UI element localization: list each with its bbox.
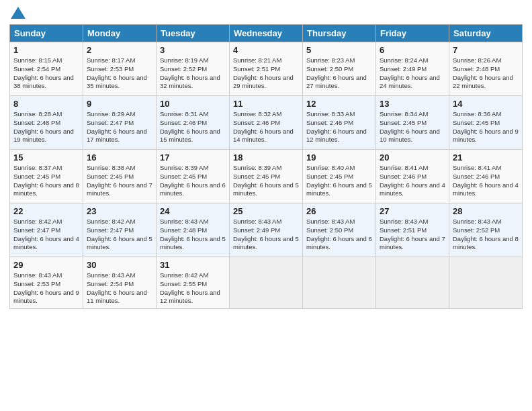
day-number: 9 <box>87 99 152 109</box>
weekday-header-cell: Friday <box>376 25 449 42</box>
day-info: Sunrise: 8:42 AMSunset: 2:55 PMDaylight:… <box>160 271 226 306</box>
day-number: 17 <box>160 152 226 163</box>
day-info: Sunrise: 8:21 AMSunset: 2:51 PMDaylight:… <box>233 56 299 91</box>
calendar-cell: 21Sunrise: 8:41 AMSunset: 2:46 PMDayligh… <box>449 150 523 203</box>
day-info: Sunrise: 8:36 AMSunset: 2:45 PMDaylight:… <box>453 110 519 144</box>
weekday-header-row: SundayMondayTuesdayWednesdayThursdayFrid… <box>10 25 523 42</box>
day-number: 23 <box>87 206 152 216</box>
calendar-cell <box>449 257 523 309</box>
day-info: Sunrise: 8:41 AMSunset: 2:46 PMDaylight:… <box>453 164 519 198</box>
calendar-cell: 18Sunrise: 8:39 AMSunset: 2:45 PMDayligh… <box>230 150 303 203</box>
calendar-cell: 10Sunrise: 8:31 AMSunset: 2:46 PMDayligh… <box>157 96 230 150</box>
day-number: 31 <box>160 260 226 270</box>
day-number: 18 <box>233 152 299 163</box>
day-info: Sunrise: 8:41 AMSunset: 2:46 PMDaylight:… <box>380 164 445 198</box>
calendar-cell <box>230 257 303 309</box>
day-number: 29 <box>13 260 79 270</box>
weekday-header-cell: Thursday <box>303 25 376 42</box>
day-info: Sunrise: 8:31 AMSunset: 2:46 PMDaylight:… <box>160 110 226 144</box>
weekday-header-cell: Sunday <box>10 25 83 42</box>
calendar-cell: 16Sunrise: 8:38 AMSunset: 2:45 PMDayligh… <box>83 150 157 203</box>
day-info: Sunrise: 8:33 AMSunset: 2:46 PMDaylight:… <box>306 110 372 144</box>
day-number: 21 <box>453 152 519 163</box>
calendar-row: 8Sunrise: 8:28 AMSunset: 2:48 PMDaylight… <box>10 96 523 150</box>
calendar-cell: 26Sunrise: 8:43 AMSunset: 2:50 PMDayligh… <box>303 203 376 257</box>
calendar-cell: 5Sunrise: 8:23 AMSunset: 2:50 PMDaylight… <box>303 42 376 96</box>
weekday-header-cell: Monday <box>83 25 157 42</box>
day-info: Sunrise: 8:26 AMSunset: 2:48 PMDaylight:… <box>453 56 519 91</box>
day-number: 1 <box>13 45 79 55</box>
day-info: Sunrise: 8:38 AMSunset: 2:45 PMDaylight:… <box>87 164 152 198</box>
calendar-cell: 4Sunrise: 8:21 AMSunset: 2:51 PMDaylight… <box>230 42 303 96</box>
day-number: 13 <box>380 99 445 109</box>
day-number: 16 <box>87 152 152 163</box>
day-info: Sunrise: 8:42 AMSunset: 2:47 PMDaylight:… <box>13 218 79 252</box>
calendar-row: 1Sunrise: 8:15 AMSunset: 2:54 PMDaylight… <box>10 42 523 96</box>
day-number: 8 <box>13 99 79 109</box>
calendar-cell: 28Sunrise: 8:43 AMSunset: 2:52 PMDayligh… <box>449 203 523 257</box>
day-number: 14 <box>453 99 519 109</box>
day-number: 10 <box>160 99 226 109</box>
calendar-cell: 14Sunrise: 8:36 AMSunset: 2:45 PMDayligh… <box>449 96 523 150</box>
day-info: Sunrise: 8:19 AMSunset: 2:52 PMDaylight:… <box>160 56 226 91</box>
calendar-cell: 24Sunrise: 8:43 AMSunset: 2:48 PMDayligh… <box>157 203 230 257</box>
day-info: Sunrise: 8:24 AMSunset: 2:49 PMDaylight:… <box>380 56 445 91</box>
calendar-table: SundayMondayTuesdayWednesdayThursdayFrid… <box>9 24 523 309</box>
calendar-cell <box>376 257 449 309</box>
weekday-header-cell: Saturday <box>449 25 523 42</box>
calendar-cell: 19Sunrise: 8:40 AMSunset: 2:45 PMDayligh… <box>303 150 376 203</box>
calendar-cell: 8Sunrise: 8:28 AMSunset: 2:48 PMDaylight… <box>10 96 83 150</box>
day-info: Sunrise: 8:43 AMSunset: 2:51 PMDaylight:… <box>380 218 445 252</box>
day-info: Sunrise: 8:37 AMSunset: 2:45 PMDaylight:… <box>13 164 79 198</box>
day-number: 7 <box>453 45 519 55</box>
day-info: Sunrise: 8:43 AMSunset: 2:49 PMDaylight:… <box>233 218 299 252</box>
calendar-cell: 6Sunrise: 8:24 AMSunset: 2:49 PMDaylight… <box>376 42 449 96</box>
calendar-cell: 1Sunrise: 8:15 AMSunset: 2:54 PMDaylight… <box>10 42 83 96</box>
day-info: Sunrise: 8:43 AMSunset: 2:53 PMDaylight:… <box>13 271 79 306</box>
day-info: Sunrise: 8:39 AMSunset: 2:45 PMDaylight:… <box>160 164 226 198</box>
day-number: 26 <box>306 206 372 216</box>
day-number: 24 <box>160 206 226 216</box>
day-number: 4 <box>233 45 299 55</box>
day-info: Sunrise: 8:43 AMSunset: 2:54 PMDaylight:… <box>87 271 152 306</box>
day-info: Sunrise: 8:42 AMSunset: 2:47 PMDaylight:… <box>87 218 152 252</box>
day-number: 22 <box>13 206 79 216</box>
calendar-cell: 7Sunrise: 8:26 AMSunset: 2:48 PMDaylight… <box>449 42 523 96</box>
calendar-cell: 30Sunrise: 8:43 AMSunset: 2:54 PMDayligh… <box>83 257 157 309</box>
day-number: 25 <box>233 206 299 216</box>
day-info: Sunrise: 8:32 AMSunset: 2:46 PMDaylight:… <box>233 110 299 144</box>
day-number: 6 <box>380 45 445 55</box>
day-info: Sunrise: 8:17 AMSunset: 2:53 PMDaylight:… <box>87 56 152 91</box>
day-info: Sunrise: 8:23 AMSunset: 2:50 PMDaylight:… <box>306 56 372 91</box>
logo-icon <box>11 7 26 19</box>
day-number: 2 <box>87 45 152 55</box>
day-info: Sunrise: 8:43 AMSunset: 2:48 PMDaylight:… <box>160 218 226 252</box>
day-info: Sunrise: 8:43 AMSunset: 2:50 PMDaylight:… <box>306 218 372 252</box>
calendar-cell: 29Sunrise: 8:43 AMSunset: 2:53 PMDayligh… <box>10 257 83 309</box>
calendar-cell: 20Sunrise: 8:41 AMSunset: 2:46 PMDayligh… <box>376 150 449 203</box>
day-number: 20 <box>380 152 445 163</box>
day-info: Sunrise: 8:34 AMSunset: 2:45 PMDaylight:… <box>380 110 445 144</box>
calendar-cell: 3Sunrise: 8:19 AMSunset: 2:52 PMDaylight… <box>157 42 230 96</box>
calendar-cell: 9Sunrise: 8:29 AMSunset: 2:47 PMDaylight… <box>83 96 157 150</box>
logo <box>9 7 26 19</box>
header-area <box>9 7 523 19</box>
day-info: Sunrise: 8:43 AMSunset: 2:52 PMDaylight:… <box>453 218 519 252</box>
calendar-cell: 11Sunrise: 8:32 AMSunset: 2:46 PMDayligh… <box>230 96 303 150</box>
calendar-cell <box>303 257 376 309</box>
day-info: Sunrise: 8:29 AMSunset: 2:47 PMDaylight:… <box>87 110 152 144</box>
calendar-cell: 31Sunrise: 8:42 AMSunset: 2:55 PMDayligh… <box>157 257 230 309</box>
page-container: SundayMondayTuesdayWednesdayThursdayFrid… <box>0 0 532 313</box>
day-info: Sunrise: 8:28 AMSunset: 2:48 PMDaylight:… <box>13 110 79 144</box>
day-number: 19 <box>306 152 372 163</box>
day-number: 30 <box>87 260 152 270</box>
calendar-body: 1Sunrise: 8:15 AMSunset: 2:54 PMDaylight… <box>10 42 523 309</box>
calendar-cell: 15Sunrise: 8:37 AMSunset: 2:45 PMDayligh… <box>10 150 83 203</box>
day-number: 5 <box>306 45 372 55</box>
day-info: Sunrise: 8:40 AMSunset: 2:45 PMDaylight:… <box>306 164 372 198</box>
calendar-cell: 2Sunrise: 8:17 AMSunset: 2:53 PMDaylight… <box>83 42 157 96</box>
calendar-row: 15Sunrise: 8:37 AMSunset: 2:45 PMDayligh… <box>10 150 523 203</box>
day-number: 11 <box>233 99 299 109</box>
day-number: 3 <box>160 45 226 55</box>
calendar-cell: 23Sunrise: 8:42 AMSunset: 2:47 PMDayligh… <box>83 203 157 257</box>
